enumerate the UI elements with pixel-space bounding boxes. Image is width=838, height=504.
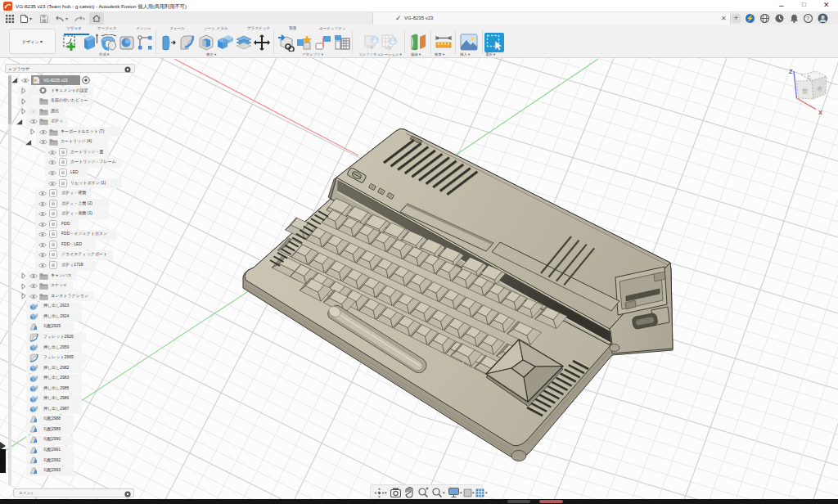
- svg-text:X: X: [818, 109, 822, 116]
- svg-text:?: ?: [806, 16, 809, 21]
- svg-text:Z: Z: [789, 68, 793, 75]
- svg-text:前: 前: [802, 88, 808, 94]
